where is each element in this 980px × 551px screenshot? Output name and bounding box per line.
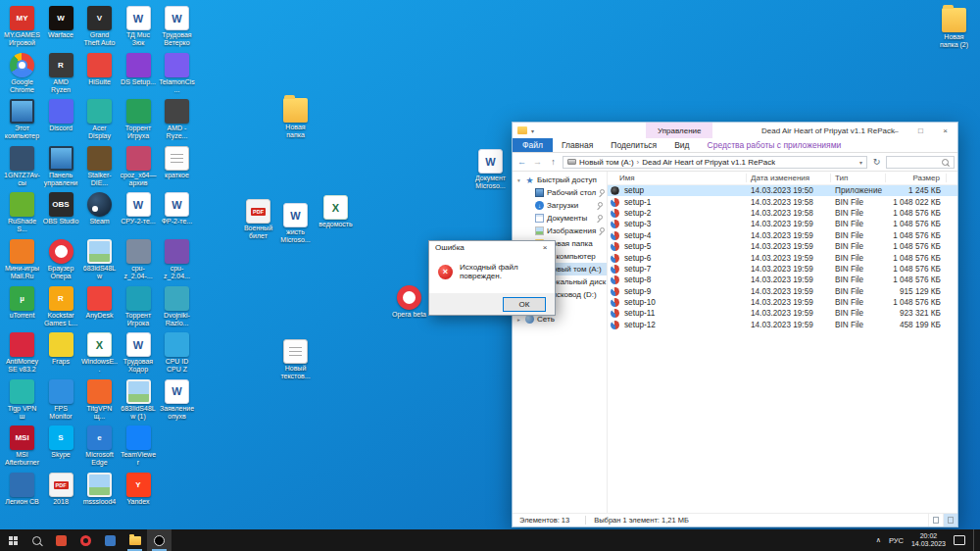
desktop-icon[interactable]: FPS Monitor xyxy=(43,379,79,421)
desktop-icon[interactable]: Новая папка (2) xyxy=(936,8,972,49)
desktop-icon[interactable]: OBSOBS Studio xyxy=(43,192,79,225)
refresh-button[interactable]: ↻ xyxy=(870,157,883,167)
app-game[interactable] xyxy=(147,529,172,551)
expander-icon[interactable]: ▸ xyxy=(515,317,522,323)
desktop-icon[interactable]: VGrand Theft Auto V xyxy=(81,6,118,47)
desktop-icon[interactable]: YYandex xyxy=(121,473,157,506)
desktop-icon[interactable]: AntiMoney SE v83.2 xyxy=(4,332,40,374)
maximize-button[interactable]: □ xyxy=(908,123,933,138)
desktop-icon[interactable]: TelamonCis... xyxy=(159,53,195,94)
file-row[interactable]: setup-1214.03.2023 19:59BIN File458 199 … xyxy=(608,320,957,330)
file-row[interactable]: setup-714.03.2023 19:59BIN File1 048 576… xyxy=(608,264,957,275)
desktop-icon[interactable]: Fraps xyxy=(43,332,79,366)
desktop-icon[interactable]: Браузер Опера xyxy=(43,239,79,280)
desktop-icon[interactable]: Мини-игры Mail.Ru xyxy=(4,239,40,280)
desktop-icon[interactable]: Заявление опухв xyxy=(159,379,195,421)
sidebar-item-desktop[interactable]: Рабочий стол xyxy=(513,186,607,199)
dialog-close-button[interactable]: × xyxy=(535,241,555,254)
desktop-icon[interactable]: msssiood4 xyxy=(81,473,118,506)
desktop-icon[interactable]: Tigp VPN ш xyxy=(4,379,40,421)
desktop-icon[interactable]: SSkype xyxy=(43,426,79,459)
sidebar-item-downloads[interactable]: Загрузки xyxy=(513,199,607,212)
desktop-icon[interactable]: Новая папка xyxy=(277,98,314,139)
file-row[interactable]: setup-114.03.2023 19:58BIN File1 048 022… xyxy=(608,196,957,207)
sidebar-item-pictures[interactable]: Изображения xyxy=(513,225,607,237)
desktop-icon[interactable]: 2018 xyxy=(43,473,79,506)
desktop-icon[interactable]: TitgVPN щ... xyxy=(81,379,118,421)
sidebar-item-documents[interactable]: Документы xyxy=(513,212,607,225)
search-button[interactable] xyxy=(24,529,49,551)
desktop-icon[interactable]: ведомость xyxy=(318,195,354,228)
file-row[interactable]: setup-1114.03.2023 19:59BIN File923 321 … xyxy=(608,308,957,319)
desktop-icon[interactable]: 683IidS48Lw (1) xyxy=(121,379,157,421)
desktop-icon[interactable]: Новый текстов... xyxy=(277,339,314,380)
desktop-icon[interactable]: Трудовая Ходор xyxy=(121,332,157,374)
app-browser[interactable] xyxy=(98,529,122,551)
up-button[interactable]: ↑ xyxy=(547,157,560,167)
app-explorer[interactable] xyxy=(122,529,147,551)
tab-share[interactable]: Поделиться xyxy=(602,138,665,152)
tray-expand-icon[interactable]: ∧ xyxy=(876,536,881,544)
address-input[interactable]: Новый том (A:) › Dead Air Heart of Pripy… xyxy=(563,156,867,169)
dialog-titlebar[interactable]: Ошибка × xyxy=(429,241,555,254)
tab-view[interactable]: Вид xyxy=(665,138,698,152)
desktop-icon[interactable]: MYMY.GAMES Игровой ц... xyxy=(4,6,40,47)
column-header-name[interactable]: Имя xyxy=(608,174,747,182)
desktop-icon[interactable]: eMicrosoft Edge xyxy=(81,426,118,467)
desktop-icon[interactable]: HiSuite xyxy=(81,53,118,86)
desktop-icon[interactable]: Dvojniki-Razlo... xyxy=(159,286,195,327)
desktop-icon[interactable]: µuTorrent xyxy=(4,286,40,320)
tab-application-tools[interactable]: Средства работы с приложениями xyxy=(699,138,851,152)
desktop-icon[interactable]: cpu-z_2.04... xyxy=(159,239,195,280)
desktop-icon[interactable]: Документ Microso... xyxy=(472,149,509,190)
desktop-icon[interactable]: Торрент Игрока xyxy=(121,286,157,327)
explorer-titlebar[interactable]: ▾ Управление Dead Air Heart of Pripyat v… xyxy=(513,123,957,138)
back-button[interactable]: ← xyxy=(515,157,528,167)
desktop-icon[interactable]: AnyDesk xyxy=(81,286,118,320)
desktop-icon[interactable]: Панель управления xyxy=(43,146,79,187)
file-row[interactable]: setup14.03.2023 19:50Приложение1 245 КБ xyxy=(608,185,957,196)
file-row[interactable]: setup-414.03.2023 19:59BIN File1 048 576… xyxy=(608,230,957,241)
desktop-icon[interactable]: Discord xyxy=(43,99,79,132)
column-header-size[interactable]: Размер xyxy=(886,174,947,182)
desktop-icon[interactable]: RAMD Ryzen Master xyxy=(43,53,79,94)
desktop-icon[interactable]: CPU ID CPU Z xyxy=(159,332,195,374)
forward-button[interactable]: → xyxy=(531,157,544,167)
desktop-icon[interactable]: 1GN7Z7Av-сы xyxy=(4,146,40,187)
tab-file[interactable]: Файл xyxy=(513,138,553,152)
language-indicator[interactable]: РУС xyxy=(889,536,904,545)
desktop-icon[interactable]: AMD -Ryze... xyxy=(159,99,195,140)
desktop-icon[interactable]: WindowsE... xyxy=(81,332,118,374)
clock[interactable]: 20:02 14.03.2023 xyxy=(911,532,946,549)
breadcrumb-root[interactable]: Новый том (A:) xyxy=(579,158,634,167)
file-row[interactable]: setup-814.03.2023 19:59BIN File1 048 576… xyxy=(608,275,957,285)
desktop-icon[interactable]: ФР-2-те... xyxy=(159,192,195,225)
desktop-icon[interactable]: ТД Muc Зюк Останков xyxy=(121,6,157,47)
close-button[interactable]: × xyxy=(933,123,957,138)
desktop-icon[interactable]: cpoz_x64—архив xyxy=(121,146,157,187)
ok-button[interactable]: ОК xyxy=(503,297,546,312)
search-input[interactable] xyxy=(886,156,955,169)
desktop-icon[interactable]: Opera beta xyxy=(391,285,427,319)
thumbnails-view-button[interactable] xyxy=(943,514,957,526)
file-row[interactable]: setup-614.03.2023 19:59BIN File1 048 576… xyxy=(608,252,957,263)
desktop-icon[interactable]: Легион СВ xyxy=(4,473,40,506)
desktop-icon[interactable]: RuShade S... xyxy=(4,192,40,233)
desktop-icon[interactable]: СРУ-2-те... xyxy=(121,192,157,225)
desktop-icon[interactable]: WWarface xyxy=(43,6,79,39)
desktop-icon[interactable]: TeamViewer xyxy=(121,426,157,467)
desktop-icon[interactable]: cpu-z_2.04-... xyxy=(121,239,157,280)
desktop-icon[interactable]: RKockstar Games L... xyxy=(43,286,79,327)
column-header-type[interactable]: Тип xyxy=(831,174,886,182)
expander-icon[interactable]: ▾ xyxy=(515,177,522,183)
file-row[interactable]: setup-914.03.2023 19:59BIN File915 129 К… xyxy=(608,286,957,297)
tab-home[interactable]: Главная xyxy=(553,138,602,152)
desktop-icon[interactable]: Военный билет Губин xyxy=(240,199,276,240)
file-row[interactable]: setup-314.03.2023 19:59BIN File1 048 576… xyxy=(608,219,957,229)
details-view-button[interactable] xyxy=(928,514,943,526)
desktop-icon[interactable]: MSIMSI Afterburner xyxy=(4,426,40,467)
column-header-date[interactable]: Дата изменения xyxy=(747,174,831,182)
notifications-icon[interactable] xyxy=(954,535,965,545)
file-row[interactable]: setup-214.03.2023 19:58BIN File1 048 576… xyxy=(608,208,957,219)
address-dropdown-icon[interactable]: ▾ xyxy=(859,159,862,166)
